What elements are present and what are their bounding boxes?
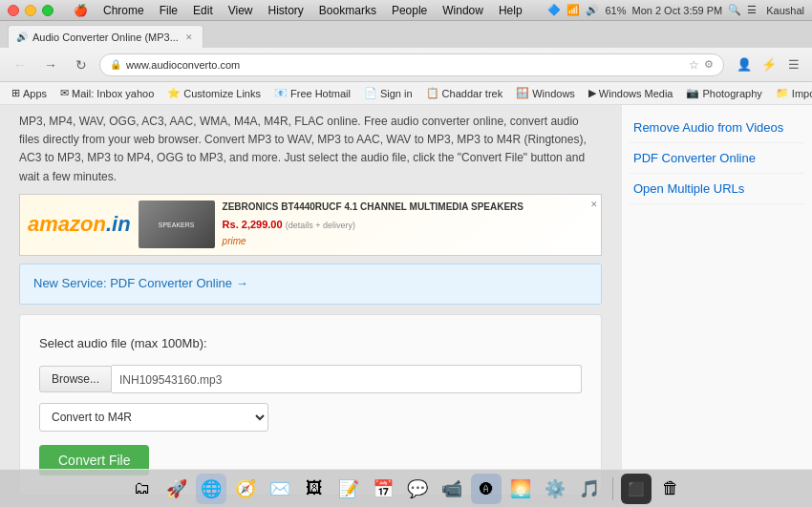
menu-apple[interactable]: 🍎: [67, 3, 95, 18]
dock-trash[interactable]: 🗑: [655, 474, 686, 504]
dock-launchpad[interactable]: 🚀: [161, 474, 192, 504]
page-description: MP3, MP4, WAV, OGG, AC3, AAC, WMA, M4A, …: [19, 113, 602, 186]
file-input-row: Browse... INH109543160.mp3: [39, 365, 582, 393]
dock-facetime[interactable]: 📹: [437, 474, 467, 504]
menu-window[interactable]: Window: [436, 3, 490, 18]
sidebar-link-remove-audio[interactable]: Remove Audio from Videos: [630, 113, 804, 143]
mail-icon: ✉: [60, 87, 69, 99]
macos-menubar: 🍎 Chrome File Edit View History Bookmark…: [0, 0, 812, 21]
dock-itunes[interactable]: 🎵: [574, 474, 605, 504]
menu-chrome[interactable]: Chrome: [96, 3, 151, 18]
bookmark-imported[interactable]: 📁 Imported From IE: [770, 85, 812, 101]
menu-bookmarks[interactable]: Bookmarks: [312, 3, 383, 18]
ad-product-info: ZEBRONICS BT4440RUCF 4.1 CHANNEL MULTIME…: [223, 200, 593, 249]
toolbar-right-icons: 👤 ⚡ ☰: [734, 54, 804, 75]
file-name-display: INH109543160.mp3: [112, 365, 582, 393]
menu-file[interactable]: File: [153, 3, 184, 18]
ad-banner: amazon.in SPEAKERS ZEBRONICS BT4440RUCF …: [19, 194, 602, 256]
menu-help[interactable]: Help: [492, 3, 529, 18]
lock-icon: 🔒: [110, 59, 121, 70]
menu-edit[interactable]: Edit: [186, 3, 220, 18]
ad-product-price: Rs. 2,299.00 (details + delivery): [223, 217, 593, 234]
menu-history[interactable]: History: [262, 3, 310, 18]
status-icons: 🔷 📶 🔊 61% Mon 2 Oct 3:59 PM 🔍 ☰: [547, 4, 757, 16]
browse-button[interactable]: Browse...: [39, 366, 112, 392]
windows-media-icon: ▶: [588, 87, 596, 99]
menu-bar: 🍎 Chrome File Edit View History Bookmark…: [67, 3, 529, 18]
sidebar-link-open-urls[interactable]: Open Multiple URLs: [630, 174, 804, 204]
dock-safari[interactable]: 🧭: [230, 474, 261, 504]
bookmark-signin[interactable]: 📄 Sign in: [358, 85, 418, 101]
ad-product-title: ZEBRONICS BT4440RUCF 4.1 CHANNEL MULTIME…: [223, 200, 593, 215]
username-label: Kaushal: [766, 5, 804, 16]
address-bar[interactable]: 🔒 www.audioconverto.com ☆ ⚙: [99, 53, 724, 76]
dock-messages[interactable]: 💬: [402, 474, 433, 504]
reload-button[interactable]: ↻: [69, 54, 94, 75]
bookmark-apps[interactable]: ⊞ Apps: [6, 85, 53, 101]
dock-photos[interactable]: 🖼: [299, 474, 330, 504]
dock-chrome[interactable]: 🌐: [196, 474, 226, 504]
dock-mail[interactable]: ✉️: [265, 474, 295, 504]
chrome-menu-icon[interactable]: ⚙: [704, 58, 714, 71]
dock-notes[interactable]: 📝: [333, 474, 364, 504]
menu-people[interactable]: People: [385, 3, 434, 18]
ad-product-image: SPEAKERS: [139, 201, 215, 248]
bookmark-windows-media[interactable]: ▶ Windows Media: [583, 85, 679, 101]
bookmark-star-icon[interactable]: ☆: [689, 58, 699, 72]
customize-icon: ⭐: [167, 87, 181, 99]
menu-view[interactable]: View: [222, 3, 260, 18]
dock-calendar[interactable]: 📅: [368, 474, 398, 504]
dock-appstore[interactable]: 🅐: [471, 474, 502, 504]
bookmark-chaddar[interactable]: 📋 Chaddar trek: [420, 85, 509, 101]
bluetooth-icon: 🔷: [547, 4, 561, 16]
tab-close-button[interactable]: ✕: [183, 32, 195, 43]
converter-label: Select audio file (max 100Mb):: [39, 334, 582, 354]
close-button[interactable]: [8, 5, 19, 16]
dock-lightroom[interactable]: 🌅: [505, 474, 536, 504]
chaddar-icon: 📋: [426, 87, 439, 99]
notifications-icon[interactable]: ☰: [747, 4, 757, 16]
tab-title: Audio Converter Online (MP3...: [32, 32, 179, 43]
chrome-settings-icon[interactable]: ☰: [783, 54, 804, 75]
traffic-lights: [8, 5, 53, 16]
service-banner[interactable]: New Service: PDF Converter Online →: [19, 264, 602, 305]
imported-icon: 📁: [776, 87, 789, 99]
bookmark-hotmail[interactable]: 📧 Free Hotmail: [268, 85, 356, 101]
hotmail-icon: 📧: [274, 87, 288, 99]
amazon-logo: amazon.in: [28, 214, 131, 235]
dock-finder[interactable]: 🗂: [127, 474, 158, 504]
forward-button[interactable]: →: [38, 54, 63, 75]
minimize-button[interactable]: [25, 5, 36, 16]
format-select[interactable]: Convert to M4R Convert to MP3 Convert to…: [39, 403, 268, 432]
volume-icon: 🔊: [586, 4, 599, 16]
windows-icon: 🪟: [516, 87, 529, 99]
active-tab[interactable]: 🔊 Audio Converter Online (MP3... ✕: [8, 25, 203, 48]
page-main-content: MP3, MP4, WAV, OGG, AC3, AAC, WMA, M4A, …: [0, 105, 621, 507]
datetime-label: Mon 2 Oct 3:59 PM: [631, 5, 722, 16]
ad-close-button[interactable]: ✕: [590, 198, 598, 211]
search-icon[interactable]: 🔍: [728, 4, 741, 16]
apps-icon: ⊞: [11, 87, 20, 99]
ad-prime-label: prime: [223, 234, 593, 249]
photography-icon: 📷: [686, 87, 699, 99]
wifi-icon: 📶: [566, 4, 580, 16]
service-banner-text: New Service: PDF Converter Online →: [33, 276, 248, 290]
bookmark-photography[interactable]: 📷 Photography: [680, 85, 767, 101]
macos-dock: 🗂 🚀 🌐 🧭 ✉️ 🖼 📝 📅 💬 📹 🅐 🌅 ⚙️ 🎵 ⬛ 🗑: [0, 469, 812, 507]
bookmark-customize[interactable]: ⭐ Customize Links: [161, 85, 267, 101]
dock-terminal[interactable]: ⬛: [621, 474, 652, 504]
tab-favicon: 🔊: [16, 32, 28, 42]
signin-icon: 📄: [364, 87, 377, 99]
browser-content-area: MP3, MP4, WAV, OGG, AC3, AAC, WMA, M4A, …: [0, 105, 812, 507]
bookmark-mail[interactable]: ✉ Mail: Inbox yahoo: [54, 85, 160, 101]
tab-bar: 🔊 Audio Converter Online (MP3... ✕: [0, 21, 812, 48]
profile-icon[interactable]: 👤: [734, 54, 755, 75]
dock-system-prefs[interactable]: ⚙️: [540, 474, 570, 504]
bookmark-windows[interactable]: 🪟 Windows: [510, 85, 581, 101]
maximize-button[interactable]: [42, 5, 53, 16]
dock-separator: [612, 477, 613, 500]
extensions-icon[interactable]: ⚡: [759, 54, 780, 75]
back-button[interactable]: ←: [8, 54, 32, 75]
sidebar-link-pdf-converter[interactable]: PDF Converter Online: [630, 143, 804, 174]
chrome-toolbar: ← → ↻ 🔒 www.audioconverto.com ☆ ⚙ 👤 ⚡ ☰: [0, 48, 812, 82]
